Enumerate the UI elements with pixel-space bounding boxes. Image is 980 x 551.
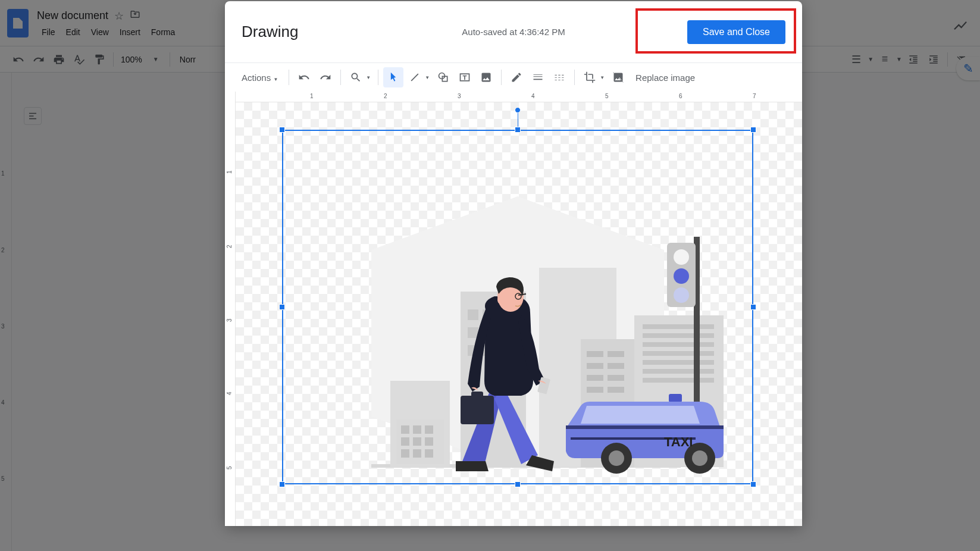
line-dropdown-icon[interactable]: ▼ (425, 75, 432, 80)
dialog-title: Drawing (242, 23, 298, 41)
svg-rect-35 (608, 387, 624, 393)
svg-rect-13 (401, 449, 409, 458)
replace-image-button[interactable]: Replace image (630, 73, 701, 83)
svg-rect-58 (461, 396, 494, 424)
crop-icon[interactable] (580, 67, 600, 87)
svg-rect-39 (643, 342, 714, 347)
svg-point-46 (674, 249, 689, 265)
svg-rect-28 (587, 351, 603, 357)
resize-handle-ne[interactable] (750, 127, 756, 133)
svg-rect-43 (643, 378, 714, 383)
resize-handle-n[interactable] (515, 127, 521, 133)
undo-icon[interactable] (294, 67, 314, 87)
line-tool-icon[interactable] (405, 67, 425, 87)
svg-rect-14 (413, 449, 421, 458)
svg-point-47 (674, 268, 689, 284)
svg-rect-12 (425, 437, 433, 446)
drawing-toolbar: Actions ▼ ▼ ▼ ▼ Replace image (225, 63, 802, 92)
svg-rect-37 (643, 324, 714, 329)
svg-rect-41 (643, 360, 714, 365)
resize-handle-s[interactable] (515, 481, 521, 487)
drawing-dialog: Drawing Auto-saved at 4:36:42 PM Save an… (225, 1, 802, 526)
svg-text:TAXI: TAXI (664, 434, 693, 449)
crop-dropdown-icon[interactable]: ▼ (600, 75, 607, 80)
svg-rect-11 (413, 437, 421, 446)
svg-rect-7 (401, 425, 409, 434)
drawing-canvas[interactable]: TAXI (236, 102, 802, 526)
svg-rect-8 (413, 425, 421, 434)
svg-rect-32 (587, 375, 603, 381)
resize-handle-e[interactable] (750, 304, 756, 310)
save-and-close-button[interactable]: Save and Close (687, 20, 785, 44)
reset-image-icon[interactable] (608, 67, 628, 87)
redo-icon[interactable] (315, 67, 336, 87)
zoom-icon[interactable] (346, 67, 366, 87)
border-weight-icon[interactable] (528, 67, 548, 87)
resize-handle-se[interactable] (750, 481, 756, 487)
rotate-handle[interactable] (515, 107, 521, 113)
svg-rect-50 (566, 425, 724, 429)
inserted-illustration: TAXI (283, 131, 752, 483)
actions-menu[interactable]: Actions ▼ (231, 73, 284, 83)
drawing-horizontal-ruler: 1 2 3 4 5 6 7 (236, 92, 802, 102)
svg-point-48 (674, 287, 689, 303)
svg-rect-17 (468, 309, 478, 320)
zoom-dropdown-icon[interactable]: ▼ (366, 75, 373, 80)
svg-rect-33 (608, 375, 624, 381)
svg-rect-15 (425, 449, 433, 458)
svg-rect-59 (471, 392, 483, 397)
autosave-status: Auto-saved at 4:36:42 PM (462, 27, 565, 37)
svg-rect-38 (643, 333, 714, 338)
svg-point-55 (692, 450, 707, 466)
svg-point-53 (609, 450, 624, 466)
svg-rect-49 (669, 394, 682, 402)
selected-image[interactable]: TAXI (282, 130, 753, 484)
border-color-icon[interactable] (506, 67, 527, 87)
shape-tool-icon[interactable] (433, 67, 453, 87)
svg-rect-30 (587, 363, 603, 369)
select-tool-icon[interactable] (383, 67, 403, 87)
dialog-header: Drawing Auto-saved at 4:36:42 PM Save an… (225, 1, 802, 63)
image-tool-icon[interactable] (476, 67, 496, 87)
resize-handle-nw[interactable] (279, 127, 285, 133)
svg-rect-34 (587, 387, 603, 393)
drawing-vertical-ruler: 1 2 3 4 5 (225, 92, 236, 526)
resize-handle-w[interactable] (279, 304, 285, 310)
svg-rect-40 (643, 351, 714, 356)
textbox-tool-icon[interactable] (455, 67, 475, 87)
resize-handle-sw[interactable] (279, 481, 285, 487)
svg-rect-10 (401, 437, 409, 446)
svg-rect-31 (608, 363, 624, 369)
svg-point-62 (497, 296, 502, 303)
svg-rect-29 (608, 351, 624, 357)
border-dash-icon[interactable] (549, 67, 569, 87)
svg-rect-42 (643, 369, 714, 374)
svg-rect-9 (425, 425, 433, 434)
